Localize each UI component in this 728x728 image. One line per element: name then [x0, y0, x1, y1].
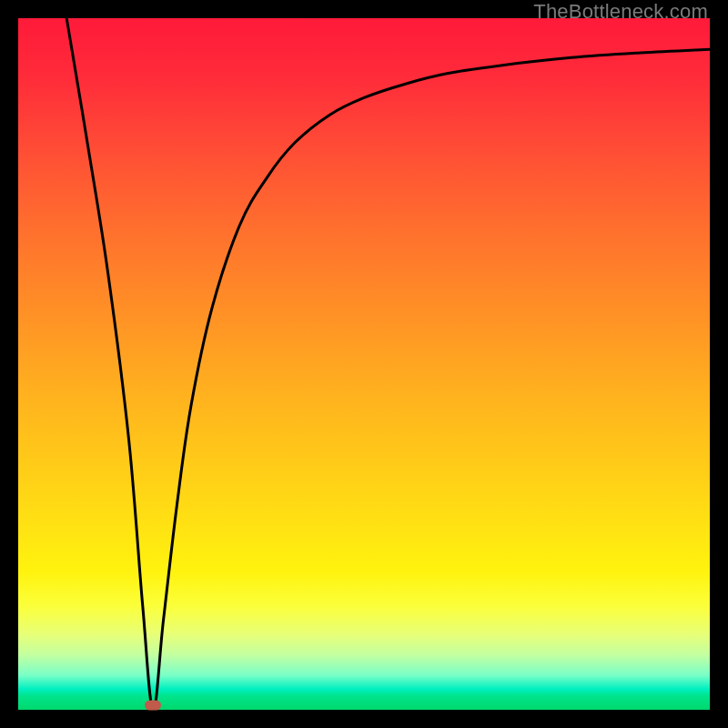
chart-plot-area	[18, 18, 710, 710]
bottleneck-curve-path	[66, 18, 710, 710]
chart-line-layer	[18, 18, 710, 710]
chart-frame	[18, 18, 710, 710]
optimal-point-marker	[145, 700, 161, 710]
